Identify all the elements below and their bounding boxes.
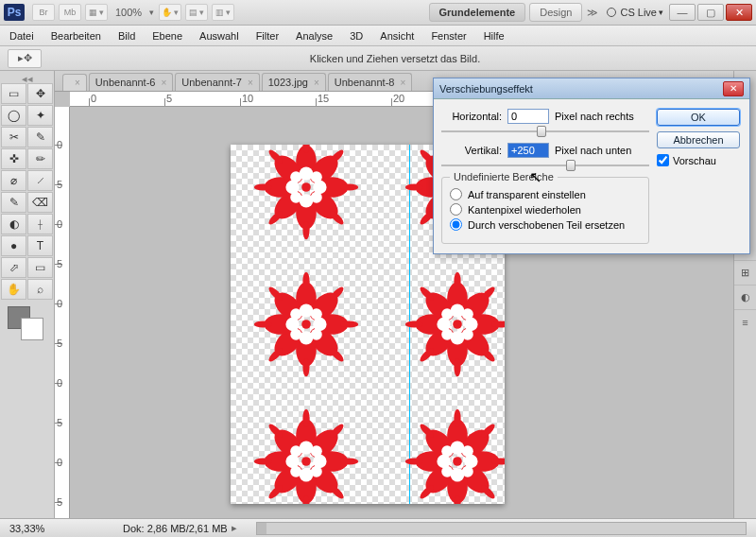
radio-transparent[interactable]: Auf transparent einstellen <box>450 188 641 200</box>
lasso-tool[interactable]: ◯ <box>1 105 26 126</box>
ruler-vertical[interactable]: 0505050505 <box>55 107 70 518</box>
menu-datei[interactable]: Datei <box>9 30 34 42</box>
horizontal-input[interactable] <box>507 109 549 124</box>
marquee-tool[interactable]: ▭ <box>1 83 26 104</box>
panel-collapse-icon[interactable]: ◂◂ <box>0 73 54 82</box>
screen-mode-icon[interactable]: ▦▾ <box>85 4 108 21</box>
svg-point-40 <box>441 308 453 320</box>
window-close-button[interactable]: ✕ <box>726 4 752 21</box>
menu-analyse[interactable]: Analyse <box>296 30 333 42</box>
current-tool-icon[interactable]: ▸✥ <box>8 49 42 68</box>
arrange-icon[interactable]: ▤▾ <box>185 4 208 21</box>
type-tool[interactable]: T <box>27 235 53 256</box>
crop-tool[interactable]: ✂ <box>1 127 26 147</box>
history-icon[interactable]: ⊞ <box>734 260 756 285</box>
slider-knob[interactable] <box>537 126 546 137</box>
scroll-thumb[interactable] <box>257 523 266 534</box>
brush-tool[interactable]: ✏ <box>27 148 53 169</box>
color-swatches[interactable] <box>0 306 54 344</box>
svg-point-44 <box>301 457 311 466</box>
svg-point-64 <box>441 466 453 477</box>
svg-point-62 <box>441 445 453 457</box>
status-doc-size[interactable]: Dok: 2,86 MB/2,61 MB <box>123 523 228 534</box>
horizontal-label: Horizontal: <box>441 111 502 122</box>
close-icon[interactable]: × <box>400 78 405 88</box>
scrollbar-horizontal[interactable] <box>256 522 747 535</box>
shape-tool[interactable]: ▭ <box>27 257 53 278</box>
blur-tool[interactable]: ◐ <box>1 214 26 234</box>
vertical-input[interactable] <box>507 143 549 158</box>
dialog-title: Verschiebungseffekt <box>439 83 723 95</box>
doc-tab-2[interactable]: Unbenannt-7× <box>175 73 259 91</box>
adjustments-icon[interactable]: ◐ <box>734 285 756 309</box>
menu-fenster[interactable]: Fenster <box>431 30 466 42</box>
eraser-tool[interactable]: ✎ <box>1 192 26 213</box>
menu-ansicht[interactable]: Ansicht <box>380 30 414 42</box>
eyedropper-tool[interactable]: ✎ <box>27 127 53 147</box>
svg-point-32 <box>311 329 322 340</box>
ok-button[interactable]: OK <box>657 109 740 126</box>
offset-dialog: Verschiebungseffekt ✕ Horizontal: Pixel … <box>433 78 750 254</box>
menu-bild[interactable]: Bild <box>118 30 135 42</box>
doc-tab-4[interactable]: Unbenannt-8× <box>328 73 412 91</box>
status-zoom[interactable]: 33,33% <box>9 523 85 534</box>
close-icon[interactable]: × <box>161 78 166 88</box>
menu-filter[interactable]: Filter <box>256 30 279 42</box>
svg-point-57 <box>454 409 460 427</box>
stamp-tool[interactable]: ⌀ <box>1 170 26 191</box>
hand-tool-icon[interactable]: ✋▾ <box>159 4 181 21</box>
tools-panel: ◂◂ ▭✥ ◯✦ ✂✎ ✜✏ ⌀⟋ ✎⌫ ◐⟊ ●T ⬀▭ ✋⌕ <box>0 71 55 518</box>
tab-close-prev[interactable]: × <box>62 74 87 91</box>
maximize-button[interactable]: ▢ <box>697 4 724 21</box>
svg-point-43 <box>462 329 473 340</box>
menu-bearbeiten[interactable]: Bearbeiten <box>51 30 101 42</box>
minibridge-icon[interactable]: Mb <box>59 4 81 21</box>
move-tool[interactable]: ✥ <box>27 83 53 104</box>
status-drop-icon[interactable]: ▸ <box>232 522 237 534</box>
zoom-drop-icon[interactable]: ▾ <box>149 8 154 17</box>
minimize-button[interactable]: — <box>669 4 696 21</box>
history-brush-tool[interactable]: ⟋ <box>27 170 53 191</box>
svg-point-53 <box>290 466 301 477</box>
title-bar: Ps Br Mb ▦▾ 100% ▾ ✋▾ ▤▾ ▥▾ Grundelement… <box>0 0 756 26</box>
workspace-design[interactable]: Design <box>529 3 582 22</box>
menu-hilfe[interactable]: Hilfe <box>484 30 505 42</box>
close-icon[interactable]: × <box>248 78 253 88</box>
cancel-button[interactable]: Abbrechen <box>657 131 740 148</box>
menu-ebene[interactable]: Ebene <box>152 30 182 42</box>
workspace-more-icon[interactable]: ≫ <box>587 7 598 19</box>
svg-point-9 <box>290 192 301 203</box>
preview-checkbox[interactable]: Vorschau <box>657 154 740 166</box>
svg-point-8 <box>311 171 322 182</box>
path-tool[interactable]: ⬀ <box>1 257 26 278</box>
dialog-titlebar[interactable]: Verschiebungseffekt ✕ <box>434 78 749 99</box>
magic-wand-tool[interactable]: ✦ <box>27 105 53 126</box>
pen-tool[interactable]: ● <box>1 235 26 256</box>
zoom-level[interactable]: 100% <box>115 7 142 18</box>
cs-live[interactable]: CS Live▾ <box>607 7 663 18</box>
slider-knob[interactable] <box>566 160 576 171</box>
doc-tab-1[interactable]: Unbenannt-6× <box>89 73 173 91</box>
layers-icon[interactable]: ≡ <box>734 309 756 334</box>
horizontal-slider[interactable] <box>441 128 649 135</box>
menu-auswahl[interactable]: Auswahl <box>199 30 239 42</box>
radio-wrap[interactable]: Durch verschobenen Teil ersetzen <box>450 218 641 231</box>
bridge-icon[interactable]: Br <box>32 4 55 21</box>
extras-icon[interactable]: ▥▾ <box>212 4 234 21</box>
vertical-slider[interactable] <box>441 162 649 169</box>
notes-tool[interactable]: ✋ <box>1 279 26 300</box>
dialog-close-button[interactable]: ✕ <box>723 81 744 96</box>
svg-point-41 <box>462 308 473 320</box>
menu-3d[interactable]: 3D <box>350 30 363 42</box>
zoom-tool[interactable]: ⌕ <box>27 279 53 300</box>
gradient-tool[interactable]: ⌫ <box>27 192 53 213</box>
doc-tab-3[interactable]: 1023.jpg× <box>262 73 326 91</box>
close-icon[interactable]: × <box>314 78 319 88</box>
dodge-tool[interactable]: ⟊ <box>27 214 53 234</box>
workspace-grundelemente[interactable]: Grundelemente <box>429 3 526 22</box>
heal-tool[interactable]: ✜ <box>1 148 26 169</box>
vertical-unit: Pixel nach unten <box>555 145 631 156</box>
radio-repeat-edge[interactable]: Kantenpixel wiederholen <box>450 203 641 216</box>
svg-point-35 <box>454 272 460 290</box>
background-color[interactable] <box>21 318 43 340</box>
